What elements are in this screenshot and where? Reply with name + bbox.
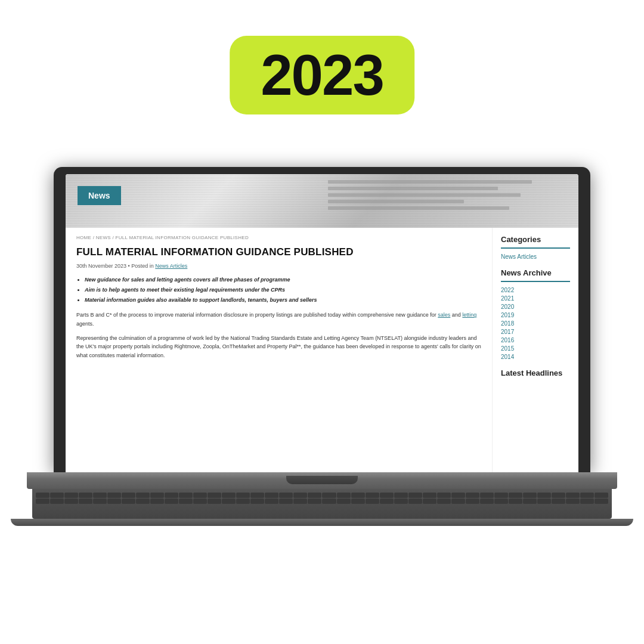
bullet-1: New guidance for sales and letting agent… <box>85 276 481 284</box>
news-articles-link[interactable]: News Articles <box>501 253 570 260</box>
breadcrumb-news[interactable]: NEWS <box>96 235 111 240</box>
letting-link[interactable]: letting <box>462 312 476 318</box>
archive-divider <box>501 281 570 282</box>
sidebar: Categories News Articles News Archive 20… <box>492 228 578 472</box>
archive-2020[interactable]: 2020 <box>501 304 570 310</box>
archive-2016[interactable]: 2016 <box>501 337 570 343</box>
breadcrumb-home[interactable]: HOME <box>76 235 91 240</box>
newspaper-decoration <box>328 180 555 222</box>
article-body-1: Parts B and C* of the process to improve… <box>76 311 481 328</box>
news-badge: News <box>78 186 121 205</box>
laptop-bottom-edge <box>11 519 633 526</box>
date-text: 30th November 2023 <box>76 263 126 269</box>
laptop-keyboard <box>32 489 612 519</box>
posted-in-label: Posted in <box>131 263 154 269</box>
posted-in-link[interactable]: News Articles <box>155 263 187 269</box>
latest-headlines-title: Latest Headlines <box>501 369 570 377</box>
laptop-screen-bezel: News HOME / NEWS / FULL MATERIAL INFORMA… <box>54 167 590 472</box>
archive-2018[interactable]: 2018 <box>501 320 570 327</box>
website-content: News HOME / NEWS / FULL MATERIAL INFORMA… <box>66 174 578 472</box>
categories-title: Categories <box>501 235 570 244</box>
archive-2017[interactable]: 2017 <box>501 329 570 335</box>
article-date: 30th November 2023 • Posted in News Arti… <box>76 263 481 269</box>
article-area: HOME / NEWS / FULL MATERIAL INFORMATION … <box>66 228 492 472</box>
article-title: FULL MATERIAL INFORMATION GUIDANCE PUBLI… <box>76 246 481 258</box>
body1-prefix: Parts B and C* of the process to improve… <box>76 312 438 318</box>
article-body-2: Representing the culmination of a progra… <box>76 334 481 360</box>
bullet-2: Aim is to help agents to meet their exis… <box>85 286 481 294</box>
year-badge-container: 2023 <box>230 36 414 114</box>
archive-title: News Archive <box>501 268 570 277</box>
sales-link[interactable]: sales <box>438 312 450 318</box>
laptop-notch <box>286 476 358 484</box>
categories-divider <box>501 247 570 249</box>
breadcrumb-current: FULL MATERIAL INFORMATION GUIDANCE PUBLI… <box>116 235 249 240</box>
body1-and: and <box>450 312 462 318</box>
body1-suffix: agents. <box>76 321 94 327</box>
archive-2022[interactable]: 2022 <box>501 287 570 293</box>
laptop-screen: News HOME / NEWS / FULL MATERIAL INFORMA… <box>66 174 578 472</box>
year-text: 2023 <box>261 47 383 104</box>
archive-2021[interactable]: 2021 <box>501 295 570 302</box>
laptop: News HOME / NEWS / FULL MATERIAL INFORMA… <box>54 167 590 526</box>
archive-2015[interactable]: 2015 <box>501 345 570 352</box>
site-header: News <box>66 174 578 228</box>
archive-2014[interactable]: 2014 <box>501 354 570 360</box>
article-bullets: New guidance for sales and letting agent… <box>76 276 481 304</box>
breadcrumb: HOME / NEWS / FULL MATERIAL INFORMATION … <box>76 235 481 240</box>
archive-2019[interactable]: 2019 <box>501 312 570 318</box>
laptop-base <box>27 472 617 489</box>
bullet-3: Material information guides also availab… <box>85 296 481 304</box>
site-body: HOME / NEWS / FULL MATERIAL INFORMATION … <box>66 228 578 472</box>
year-badge: 2023 <box>230 36 414 114</box>
